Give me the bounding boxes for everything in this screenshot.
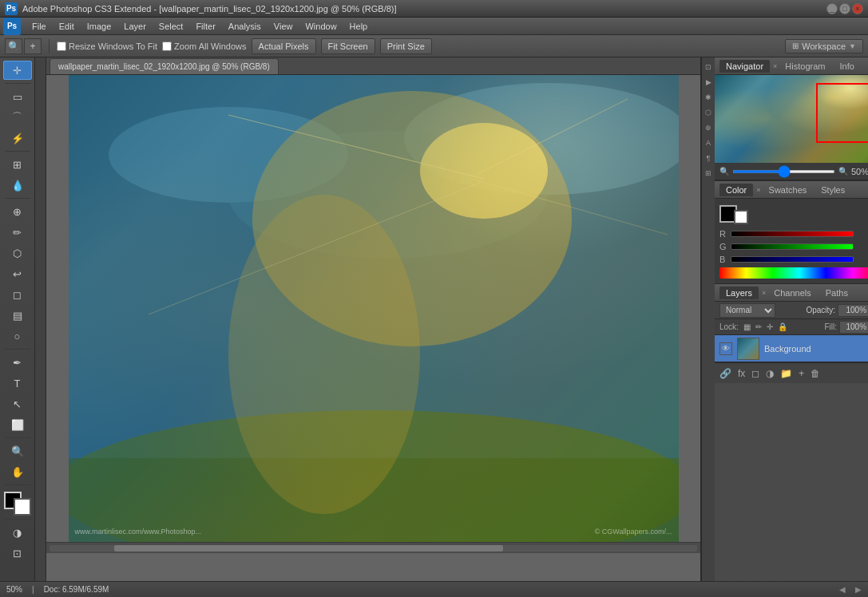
tool-brush[interactable]: ✏ (3, 223, 32, 242)
tab-info[interactable]: Info (833, 60, 860, 73)
layer-mask-button[interactable]: ◻ (751, 368, 759, 379)
layer-adjustment-button[interactable]: ◑ (766, 368, 774, 379)
opacity-input[interactable] (838, 304, 868, 317)
menu-select[interactable]: Select (153, 20, 190, 33)
layer-eye-icon[interactable]: 👁 (719, 342, 732, 355)
zoom-all-label[interactable]: Zoom All Windows (162, 42, 246, 51)
layer-delete-button[interactable]: 🗑 (811, 368, 820, 379)
lock-all[interactable]: 🔒 (778, 322, 787, 331)
strip-btn-6[interactable]: A (702, 136, 715, 149)
fg-bg-colors (4, 492, 31, 516)
canvas-tab[interactable]: wallpaper_martin_lisec_02_1920x1200.jpg … (50, 58, 279, 74)
layer-item-background[interactable]: 👁 Background 🔒 (715, 335, 868, 362)
tool-screen-mode[interactable]: ⊡ (3, 544, 32, 563)
tab-channels[interactable]: Channels (767, 287, 817, 299)
workspace-arrow: ▼ (849, 42, 856, 50)
tool-move[interactable]: ✛ (3, 61, 32, 80)
strip-btn-4[interactable]: ⬡ (702, 106, 715, 119)
layers-toolbar: Normal Multiply Screen Opacity: ▼ (715, 302, 868, 319)
blend-mode-select[interactable]: Normal Multiply Screen (719, 303, 775, 318)
r-slider[interactable] (731, 231, 854, 237)
tool-path-select[interactable]: ↖ (3, 394, 32, 413)
color-spectrum[interactable] (719, 267, 868, 279)
status-arrow-left[interactable]: ◀ (839, 585, 846, 594)
workspace-button[interactable]: ⊞ Workspace ▼ (785, 39, 863, 53)
tab-styles[interactable]: Styles (814, 184, 851, 196)
resize-windows-label[interactable]: Resize Windows To Fit (57, 42, 157, 51)
print-size-button[interactable]: Print Size (380, 38, 432, 54)
minimize-button[interactable]: _ (826, 3, 838, 14)
zoom-in-icon[interactable]: 🔍 (838, 167, 848, 176)
color-background-swatch[interactable] (734, 210, 748, 224)
status-arrow-right[interactable]: ▶ (855, 585, 862, 594)
tool-hand[interactable]: ✋ (3, 462, 32, 481)
strip-btn-8[interactable]: ⊞ (702, 167, 715, 180)
tool-magic-wand[interactable]: ⚡ (3, 128, 32, 148)
zoom-all-checkbox[interactable] (162, 42, 172, 51)
zoom-in-button[interactable]: + (24, 38, 42, 54)
lock-position[interactable]: ✛ (767, 322, 773, 331)
tool-zoom[interactable]: 🔍 (3, 441, 32, 461)
resize-windows-checkbox[interactable] (57, 42, 66, 51)
tab-layers[interactable]: Layers (719, 287, 759, 299)
menu-analysis[interactable]: Analysis (222, 20, 268, 33)
layer-group-button[interactable]: 📁 (780, 368, 792, 379)
menu-help[interactable]: Help (343, 20, 375, 33)
tab-color[interactable]: Color (719, 184, 753, 196)
menu-image[interactable]: Image (81, 20, 118, 33)
layer-link-button[interactable]: 🔗 (719, 368, 731, 379)
tool-shape[interactable]: ⬜ (3, 415, 32, 434)
tab-paths[interactable]: Paths (819, 287, 854, 299)
tool-dodge[interactable]: ○ (3, 326, 32, 346)
menu-window[interactable]: Window (299, 20, 343, 33)
tool-crop[interactable]: ⊞ (3, 155, 32, 174)
color-panel: R 0 G 0 B 0 (715, 199, 868, 284)
tool-history[interactable]: ↩ (3, 264, 32, 283)
canvas-wrapper[interactable]: www.martinlisec.com/www.Photoshop... © C… (46, 75, 700, 542)
strip-btn-2[interactable]: ▶ (702, 76, 715, 89)
hscroll-thumb[interactable] (114, 545, 503, 552)
strip-btn-7[interactable]: ¶ (702, 152, 715, 164)
tab-swatches[interactable]: Swatches (763, 184, 814, 196)
strip-btn-1[interactable]: ⊡ (702, 61, 715, 73)
zoom-out-icon[interactable]: 🔍 (719, 167, 729, 176)
background-color[interactable] (14, 498, 31, 516)
maximize-button[interactable]: □ (839, 3, 850, 14)
menu-edit[interactable]: Edit (53, 20, 81, 33)
canvas-hscroll[interactable] (46, 542, 700, 553)
tool-eraser[interactable]: ◻ (3, 285, 32, 304)
tool-eyedropper[interactable]: 💧 (3, 176, 32, 195)
tool-gradient[interactable]: ▤ (3, 306, 32, 325)
menu-layer[interactable]: Layer (117, 20, 153, 33)
nav-red-box[interactable] (816, 83, 868, 143)
tool-pen[interactable]: ✒ (3, 353, 32, 372)
zoom-out-button[interactable]: 🔍 (5, 38, 22, 54)
close-button[interactable]: × (852, 3, 863, 14)
menu-filter[interactable]: Filter (189, 20, 221, 33)
strip-btn-5[interactable]: ⊕ (702, 121, 715, 134)
tool-type[interactable]: T (3, 374, 32, 393)
layers-close[interactable]: × (762, 289, 766, 297)
layer-fx-button[interactable]: fx (738, 368, 745, 379)
tool-lasso[interactable]: ⌒ (3, 108, 32, 127)
tool-marquee[interactable]: ▭ (3, 87, 32, 106)
navigator-close[interactable]: × (773, 62, 777, 70)
menu-view[interactable]: View (268, 20, 299, 33)
layer-new-button[interactable]: + (799, 368, 804, 379)
tool-quick-mask[interactable]: ◑ (3, 523, 32, 542)
color-close[interactable]: × (756, 186, 760, 194)
strip-btn-3[interactable]: ✱ (702, 91, 715, 104)
b-slider[interactable] (731, 256, 854, 263)
lock-transparent[interactable]: ▦ (743, 322, 751, 331)
tab-navigator[interactable]: Navigator (719, 60, 770, 73)
fill-input[interactable] (839, 321, 868, 334)
tab-histogram[interactable]: Histogram (779, 60, 831, 73)
menu-file[interactable]: File (26, 20, 53, 33)
nav-zoom-slider[interactable] (732, 170, 835, 173)
actual-pixels-button[interactable]: Actual Pixels (252, 38, 316, 54)
g-slider[interactable] (731, 243, 854, 250)
tool-clone[interactable]: ⬡ (3, 243, 32, 263)
tool-heal[interactable]: ⊕ (3, 202, 32, 221)
lock-image[interactable]: ✏ (755, 322, 762, 331)
fit-screen-button[interactable]: Fit Screen (321, 38, 375, 54)
